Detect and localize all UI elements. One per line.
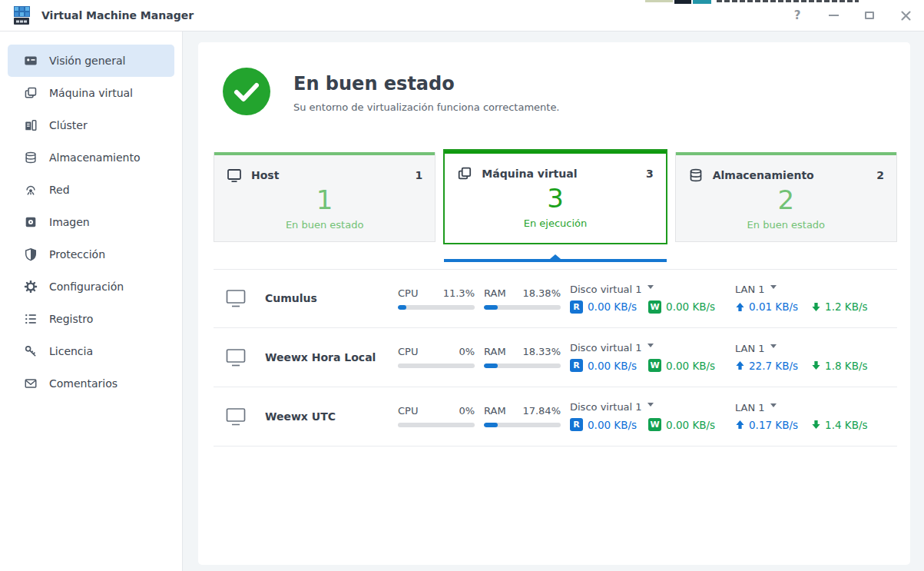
card-status: En ejecución xyxy=(445,217,665,229)
lan-block: LAN 1 0.17 KB/s 1.4 KB/s xyxy=(735,402,897,431)
sidebar-item-feedback[interactable]: Comentarios xyxy=(8,367,174,400)
chevron-down-icon xyxy=(770,285,777,289)
sidebar: Visión general Máquina virtual Clúster A… xyxy=(0,32,183,571)
read-badge: R xyxy=(570,418,583,431)
selected-card-indicator-row xyxy=(214,253,897,262)
cpu-label: CPU xyxy=(398,405,418,417)
overview-panel: En buen estado Su entorno de virtualizac… xyxy=(198,42,910,565)
card-virtual-machine[interactable]: Máquina virtual 3 3 En ejecución xyxy=(443,149,667,244)
window-controls: ? xyxy=(791,9,912,22)
app-title: Virtual Machine Manager xyxy=(41,9,194,22)
lan-down-value: 1.4 KB/s xyxy=(825,419,867,431)
vm-table: Cumulus CPU11.3% RAM18.38% Disco virtual… xyxy=(214,269,897,447)
card-title: Máquina virtual xyxy=(482,168,577,180)
sidebar-item-log[interactable]: Registro xyxy=(8,303,174,335)
disk-selector[interactable]: Disco virtual 1 xyxy=(570,284,654,295)
sidebar-item-label: Protección xyxy=(49,248,105,261)
disk-read-value: 0.00 KB/s xyxy=(588,419,637,431)
lan-up-value: 22.7 KB/s xyxy=(749,360,798,372)
card-host[interactable]: Host 1 1 En buen estado xyxy=(214,152,436,242)
obscured-background-window xyxy=(645,0,859,5)
sidebar-item-overview[interactable]: Visión general xyxy=(8,45,174,77)
key-icon xyxy=(23,344,38,359)
storage-cylinder-icon xyxy=(688,168,704,183)
gear-icon xyxy=(23,279,38,294)
sidebar-item-image[interactable]: Imagen xyxy=(8,206,174,238)
download-arrow-icon xyxy=(811,420,821,430)
disk-block: Disco virtual 1 R 0.00 KB/s W 0.00 KB/s xyxy=(570,401,726,431)
sidebar-item-license[interactable]: Licencia xyxy=(8,335,174,367)
status-title: En buen estado xyxy=(293,73,560,95)
close-icon[interactable] xyxy=(899,9,912,22)
lan-selector[interactable]: LAN 1 xyxy=(735,284,777,295)
minimize-icon[interactable] xyxy=(827,9,840,22)
sidebar-item-settings[interactable]: Configuración xyxy=(8,271,174,303)
health-status-header: En buen estado Su entorno de virtualizac… xyxy=(198,42,910,118)
sidebar-item-virtual-machine[interactable]: Máquina virtual xyxy=(8,77,174,109)
storage-icon xyxy=(23,150,38,165)
summary-cards: Host 1 1 En buen estado Máquina virtual … xyxy=(214,149,897,242)
card-storage[interactable]: Almacenamiento 2 2 En buen estado xyxy=(675,152,897,242)
vm-copy-icon xyxy=(457,166,472,181)
list-icon xyxy=(23,311,38,327)
write-badge: W xyxy=(648,359,661,372)
app-logo-icon xyxy=(11,5,32,26)
card-count: 2 xyxy=(876,169,884,181)
card-value: 3 xyxy=(445,183,665,214)
disk-read-value: 0.00 KB/s xyxy=(588,300,637,313)
vm-row-weewx-utc[interactable]: Weewx UTC CPU0% RAM17.84% Disco virtual … xyxy=(214,387,897,447)
lan-block: LAN 1 22.7 KB/s 1.8 KB/s xyxy=(735,343,897,372)
sidebar-item-storage[interactable]: Almacenamiento xyxy=(8,141,174,174)
disk-selector[interactable]: Disco virtual 1 xyxy=(570,401,654,413)
ram-stat: RAM18.38% xyxy=(484,287,561,310)
ram-value: 18.38% xyxy=(522,287,561,299)
disk-write-value: 0.00 KB/s xyxy=(666,360,715,372)
upload-arrow-icon xyxy=(735,360,745,370)
lan-selector[interactable]: LAN 1 xyxy=(735,402,777,413)
vm-monitor-icon xyxy=(225,347,247,367)
read-badge: R xyxy=(570,359,583,372)
cluster-icon xyxy=(23,118,38,133)
sidebar-item-cluster[interactable]: Clúster xyxy=(8,109,174,141)
main-area: En buen estado Su entorno de virtualizac… xyxy=(183,32,924,571)
disk-selector-label: Disco virtual 1 xyxy=(570,401,642,413)
lan-selector-label: LAN 1 xyxy=(735,343,765,354)
sidebar-item-network[interactable]: Red xyxy=(8,174,174,206)
card-status: En buen estado xyxy=(214,219,435,231)
virtual-machine-icon xyxy=(23,85,38,101)
chevron-down-icon xyxy=(647,285,654,289)
lan-up-value: 0.17 KB/s xyxy=(749,419,798,431)
sidebar-item-label: Red xyxy=(49,184,70,196)
maximize-icon[interactable] xyxy=(863,9,876,22)
disk-write-value: 0.00 KB/s xyxy=(666,300,715,313)
sidebar-item-label: Imagen xyxy=(49,216,90,228)
help-icon[interactable]: ? xyxy=(791,9,803,22)
sidebar-item-label: Clúster xyxy=(49,119,88,131)
sidebar-item-label: Registro xyxy=(49,313,93,325)
cpu-progressbar xyxy=(398,305,475,310)
vm-monitor-icon xyxy=(225,288,247,308)
vm-name: Cumulus xyxy=(265,292,379,304)
write-badge: W xyxy=(648,418,661,431)
ram-value: 18.33% xyxy=(522,346,561,357)
vm-row-weewx-hora-local[interactable]: Weewx Hora Local CPU0% RAM18.33% Disco v… xyxy=(214,328,897,387)
download-arrow-icon xyxy=(811,360,821,370)
chevron-down-icon xyxy=(647,344,654,347)
disk-read-value: 0.00 KB/s xyxy=(588,360,637,372)
cpu-stat: CPU0% xyxy=(398,405,475,427)
disk-selector[interactable]: Disco virtual 1 xyxy=(570,342,654,354)
ram-progressbar xyxy=(484,423,561,427)
network-icon xyxy=(23,182,38,198)
cpu-progressbar xyxy=(398,423,475,427)
lan-selector[interactable]: LAN 1 xyxy=(735,343,777,354)
card-title: Almacenamiento xyxy=(713,169,814,181)
vm-row-cumulus[interactable]: Cumulus CPU11.3% RAM18.38% Disco virtual… xyxy=(214,269,897,328)
status-subtitle: Su entorno de virtualización funciona co… xyxy=(293,101,560,113)
ram-progressbar xyxy=(484,305,561,310)
sidebar-item-label: Comentarios xyxy=(49,377,118,390)
vm-name: Weewx Hora Local xyxy=(265,351,379,364)
lan-down-value: 1.2 KB/s xyxy=(825,300,867,313)
write-badge: W xyxy=(648,300,661,314)
sidebar-item-protection[interactable]: Protección xyxy=(8,238,174,271)
sidebar-item-label: Visión general xyxy=(49,55,125,67)
